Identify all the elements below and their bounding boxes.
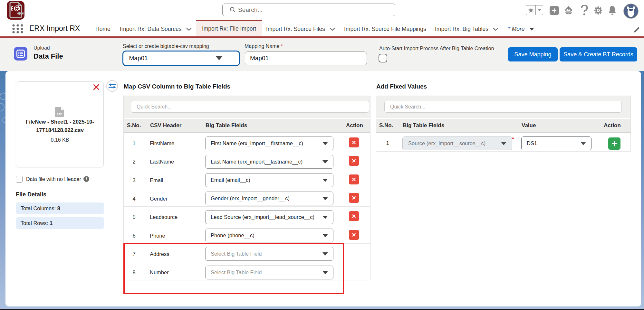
svg-text:csv: csv — [57, 112, 62, 116]
